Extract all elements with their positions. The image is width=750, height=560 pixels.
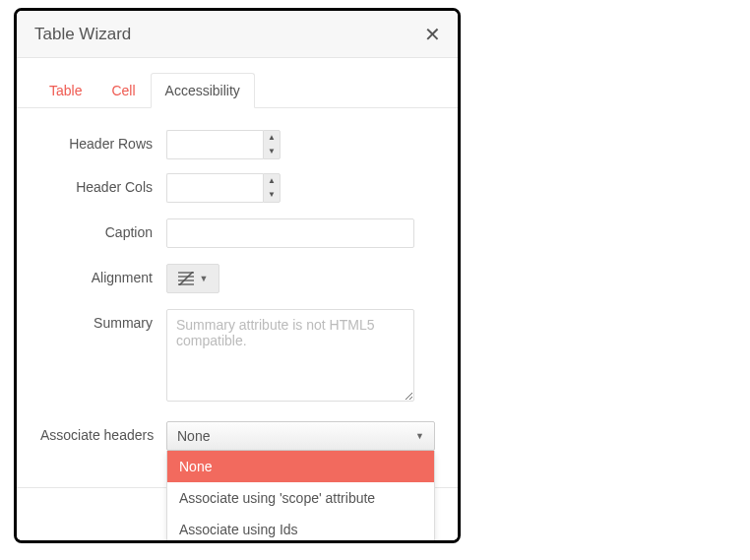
header-cols-stepper: ▲ ▼ <box>166 173 281 203</box>
associate-headers-option-ids[interactable]: Associate using Ids <box>167 514 434 543</box>
header-cols-up[interactable]: ▲ <box>264 174 280 188</box>
header-rows-spin-buttons: ▲ ▼ <box>263 130 281 159</box>
associate-headers-toggle[interactable]: None ▼ <box>166 421 435 451</box>
header-rows-down[interactable]: ▼ <box>264 145 280 158</box>
associate-headers-option-scope[interactable]: Associate using 'scope' attribute <box>167 482 434 514</box>
row-alignment: Alignment ▼ <box>40 264 434 293</box>
close-icon: ✕ <box>424 23 441 46</box>
tab-accessibility[interactable]: Accessibility <box>151 73 255 108</box>
header-cols-spin-buttons: ▲ ▼ <box>263 173 281 203</box>
header-cols-down[interactable]: ▼ <box>264 188 280 202</box>
header-rows-stepper: ▲ ▼ <box>166 130 281 159</box>
row-associate-headers: Associate headers None ▼ None Associate … <box>40 421 434 451</box>
chevron-down-icon: ▼ <box>415 431 424 441</box>
row-header-cols: Header Cols ▲ ▼ <box>40 173 434 203</box>
chevron-down-icon: ▼ <box>200 274 209 283</box>
chevron-down-icon: ▼ <box>268 191 276 199</box>
associate-headers-option-none[interactable]: None <box>167 451 434 482</box>
label-header-rows: Header Rows <box>40 130 166 152</box>
align-none-icon <box>178 272 194 285</box>
alignment-dropdown[interactable]: ▼ <box>166 264 219 293</box>
row-caption: Caption <box>40 218 434 248</box>
label-header-cols: Header Cols <box>40 173 166 195</box>
chevron-up-icon: ▲ <box>268 177 276 185</box>
header-cols-input[interactable] <box>166 173 263 203</box>
dialog-header: Table Wizard ✕ <box>17 11 458 58</box>
label-associate-headers: Associate headers <box>40 421 166 443</box>
associate-headers-dropdown: None ▼ None Associate using 'scope' attr… <box>166 421 435 451</box>
label-caption: Caption <box>40 218 166 240</box>
associate-headers-list: None Associate using 'scope' attribute A… <box>166 451 435 543</box>
chevron-up-icon: ▲ <box>268 134 276 142</box>
row-summary: Summary <box>40 309 434 405</box>
caption-input[interactable] <box>166 218 414 248</box>
tabs: Table Cell Accessibility <box>17 58 458 108</box>
table-wizard-dialog: Table Wizard ✕ Table Cell Accessibility … <box>14 8 461 543</box>
row-header-rows: Header Rows ▲ ▼ <box>40 130 434 159</box>
svg-line-4 <box>179 272 193 285</box>
tab-table[interactable]: Table <box>34 73 96 108</box>
close-button[interactable]: ✕ <box>420 23 444 46</box>
chevron-down-icon: ▼ <box>268 148 276 156</box>
form-area: Header Rows ▲ ▼ Header Cols ▲ ▼ Caption <box>17 108 458 461</box>
tab-cell[interactable]: Cell <box>96 73 150 108</box>
summary-textarea[interactable] <box>166 309 414 402</box>
associate-headers-selected: None <box>177 428 210 444</box>
header-rows-input[interactable] <box>166 130 263 159</box>
label-alignment: Alignment <box>40 264 166 285</box>
header-rows-up[interactable]: ▲ <box>264 131 280 145</box>
dialog-title: Table Wizard <box>34 25 131 44</box>
label-summary: Summary <box>40 309 166 331</box>
